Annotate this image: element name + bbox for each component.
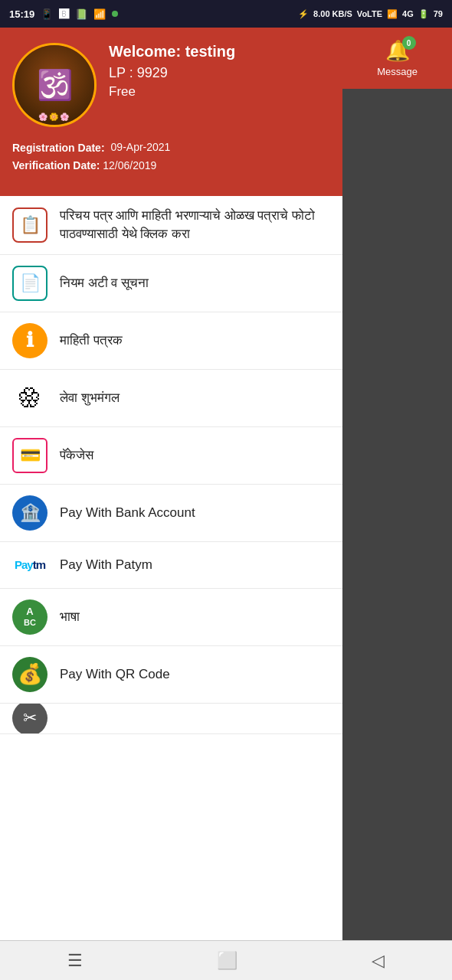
network-icon: 4G [402,9,414,18]
battery-icon: 🔋 [418,9,429,19]
dark-overlay [342,28,452,980]
menu-item-extra[interactable]: ✂ [0,704,342,734]
drawer-header: 🕉️ 🌸🌼🌸 Welcome: testing LP : 9929 Free R… [0,28,342,196]
user-info: Welcome: testing LP : 9929 Free [109,43,235,100]
hamburger-button[interactable]: ☰ [52,945,98,977]
bank-icon: 🏦 [12,495,47,531]
drawer-meta: Registration Date: 09-Apr-2021 Verificat… [12,141,330,172]
intro-letter-icon: 📋 [12,207,47,243]
leva-icon: 🏵 [12,381,47,416]
lp-text: LP : 9929 [109,65,235,81]
deity-icon: 🕉️ [37,68,73,102]
verification-date-row: Verification Date: 12/06/2019 [12,159,330,172]
menu-item-bank[interactable]: 🏦 Pay With Bank Account [0,485,342,542]
paytm-icon: Paytm [12,553,47,577]
message-label: Message [377,66,418,77]
menu-item-leva[interactable]: 🏵 लेवा शुभमंगल [0,370,342,427]
menu-item-terms[interactable]: 📄 नियम अटी व सूचना [0,255,342,312]
signal-icon: 📶 [387,9,398,19]
registration-label: Registration Date: [12,141,105,155]
info-icon: ℹ [12,323,47,358]
info-text: माहिती पत्रक [60,332,123,350]
paytm-text: Pay With Patym [60,556,152,574]
bluetooth-icon: ⚡ [298,9,309,19]
bell-icon: 🔔 0 [385,39,410,63]
welcome-text: Welcome: testing [109,43,235,60]
bank-text: Pay With Bank Account [60,504,195,522]
status-left: 15:19 📱 🅱 📗 📶 [9,8,118,20]
home-button[interactable]: ⬜ [201,945,253,977]
verification-date-value: 12/06/2019 [103,159,156,172]
packages-text: पॅकेजेस [60,446,93,465]
menu-item-intro-letter[interactable]: 📋 परिचय पत्र आणि माहिती भरणाऱ्याचे ओळख प… [0,196,342,255]
menu-list: 📋 परिचय पत्र आणि माहिती भरणाऱ्याचे ओळख प… [0,196,342,980]
language-text: भाषा [60,608,80,626]
navigation-drawer: 🕉️ 🌸🌼🌸 Welcome: testing LP : 9929 Free R… [0,28,342,980]
menu-item-language[interactable]: ABC भाषा [0,589,342,646]
app-icon-2: 🅱 [59,8,69,20]
avatar: 🕉️ 🌸🌼🌸 [12,43,97,127]
verification-label: Verification Date: [12,159,100,172]
battery-level: 79 [434,9,443,18]
menu-item-packages[interactable]: 💳 पॅकेजेस [0,427,342,485]
registration-date-row: Registration Date: 09-Apr-2021 [12,141,330,155]
app-icon-3: 📗 [75,8,87,20]
bottom-nav: ☰ ⬜ ◁ [0,940,452,980]
status-time: 15:19 [9,8,34,20]
speed-indicator: 8.00 KB/S [313,9,352,18]
registration-date-value: 09-Apr-2021 [111,141,171,155]
message-button[interactable]: 🔔 0 Message [342,28,452,89]
qrcode-icon: 💰 [12,657,47,692]
extra-icon: ✂ [12,704,47,734]
qrcode-text: Pay With QR Code [60,665,170,684]
terms-icon: 📄 [12,266,47,301]
menu-item-qrcode[interactable]: 💰 Pay With QR Code [0,646,342,704]
menu-item-info[interactable]: ℹ माहिती पत्रक [0,312,342,370]
status-dot [112,11,118,17]
status-bar: 15:19 📱 🅱 📗 📶 ⚡ 8.00 KB/S VoLTE 📶 4G 🔋 7… [0,0,452,28]
terms-text: नियम अटी व सूचना [60,274,149,292]
leva-text: लेवा शुभमंगल [60,389,120,407]
avatar-inner: 🕉️ 🌸🌼🌸 [15,45,94,125]
menu-item-paytm[interactable]: Paytm Pay With Patym [0,542,342,589]
whatsapp-icon: 📱 [41,8,53,20]
intro-letter-text: परिचय पत्र आणि माहिती भरणाऱ्याचे ओळख पत्… [60,207,330,243]
language-icon: ABC [12,599,47,635]
packages-icon: 💳 [12,438,47,473]
notification-badge: 0 [402,36,416,50]
status-right: ⚡ 8.00 KB/S VoLTE 📶 4G 🔋 79 [298,9,443,19]
back-button[interactable]: ◁ [356,945,400,977]
plan-text: Free [109,84,235,100]
app-icon-4: 📶 [93,8,106,20]
flowers-decoration: 🌸🌼🌸 [38,113,70,121]
drawer-header-top: 🕉️ 🌸🌼🌸 Welcome: testing LP : 9929 Free [12,43,330,127]
volte-icon: VoLTE [357,9,382,18]
